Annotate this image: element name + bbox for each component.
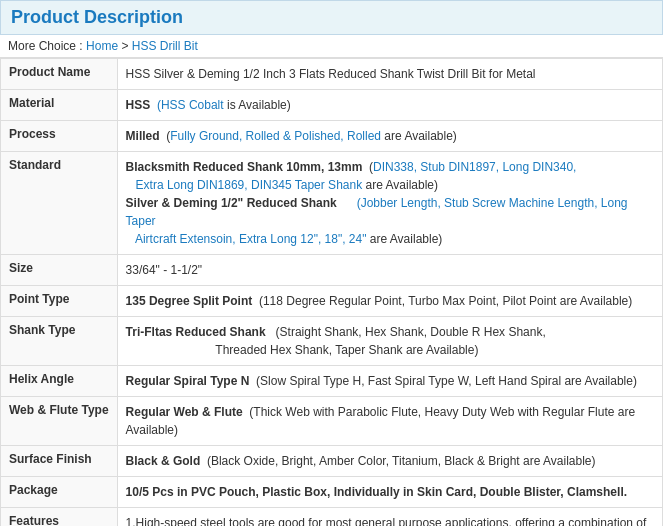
row-value: HSS Silver & Deming 1/2 Inch 3 Flats Red…	[117, 59, 662, 90]
breadcrumb-separator: >	[121, 39, 128, 53]
table-row: MaterialHSS (HSS Cobalt is Available)	[1, 90, 663, 121]
page-title: Product Description	[11, 7, 652, 28]
table-row: Package10/5 Pcs in PVC Pouch, Plastic Bo…	[1, 477, 663, 508]
row-label: Surface Finish	[1, 446, 118, 477]
breadcrumb-home[interactable]: Home	[86, 39, 118, 53]
row-label: Features	[1, 508, 118, 527]
row-label: Helix Angle	[1, 366, 118, 397]
product-table: Product NameHSS Silver & Deming 1/2 Inch…	[0, 58, 663, 526]
row-label: Package	[1, 477, 118, 508]
table-row: Web & Flute TypeRegular Web & Flute (Thi…	[1, 397, 663, 446]
feature-item: 1.High-speed steel tools are good for mo…	[126, 514, 654, 526]
table-row: ProcessMilled (Fully Ground, Rolled & Po…	[1, 121, 663, 152]
row-value: Regular Web & Flute (Thick Web with Para…	[117, 397, 662, 446]
row-value: Regular Spiral Type N (Slow Spiral Type …	[117, 366, 662, 397]
row-label: Standard	[1, 152, 118, 255]
row-label: Size	[1, 255, 118, 286]
table-row: StandardBlacksmith Reduced Shank 10mm, 1…	[1, 152, 663, 255]
table-row: Surface FinishBlack & Gold (Black Oxide,…	[1, 446, 663, 477]
title-bar: Product Description	[0, 0, 663, 35]
row-value: Black & Gold (Black Oxide, Bright, Amber…	[117, 446, 662, 477]
table-row: Features1.High-speed steel tools are goo…	[1, 508, 663, 527]
row-value: Tri-Fltas Reduced Shank (Straight Shank,…	[117, 317, 662, 366]
row-value: 33/64" - 1-1/2"	[117, 255, 662, 286]
breadcrumb-category[interactable]: HSS Drill Bit	[132, 39, 198, 53]
breadcrumb: More Choice : Home > HSS Drill Bit	[0, 35, 663, 58]
row-label: Web & Flute Type	[1, 397, 118, 446]
row-value: Blacksmith Reduced Shank 10mm, 13mm (DIN…	[117, 152, 662, 255]
row-label: Shank Type	[1, 317, 118, 366]
table-row: Product NameHSS Silver & Deming 1/2 Inch…	[1, 59, 663, 90]
row-value: HSS (HSS Cobalt is Available)	[117, 90, 662, 121]
row-value: 1.High-speed steel tools are good for mo…	[117, 508, 662, 527]
table-row: Shank TypeTri-Fltas Reduced Shank (Strai…	[1, 317, 663, 366]
row-label: Material	[1, 90, 118, 121]
row-value: 135 Degree Split Point (118 Degree Regul…	[117, 286, 662, 317]
row-label: Point Type	[1, 286, 118, 317]
table-row: Helix AngleRegular Spiral Type N (Slow S…	[1, 366, 663, 397]
row-value: 10/5 Pcs in PVC Pouch, Plastic Box, Indi…	[117, 477, 662, 508]
row-label: Process	[1, 121, 118, 152]
row-label: Product Name	[1, 59, 118, 90]
breadcrumb-label: More Choice :	[8, 39, 83, 53]
row-value: Milled (Fully Ground, Rolled & Polished,…	[117, 121, 662, 152]
table-row: Point Type135 Degree Split Point (118 De…	[1, 286, 663, 317]
table-row: Size33/64" - 1-1/2"	[1, 255, 663, 286]
